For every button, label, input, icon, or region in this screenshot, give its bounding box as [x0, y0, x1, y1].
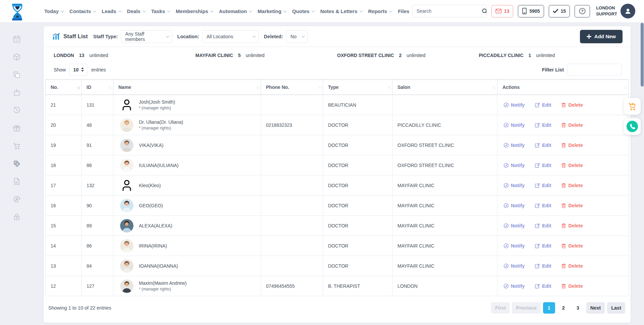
delete-button[interactable]: Delete — [561, 203, 583, 208]
notify-button[interactable]: Notify — [503, 223, 525, 228]
column-header[interactable]: Name ↑↓ — [113, 80, 261, 95]
page-number-button[interactable]: 1 — [543, 302, 555, 314]
search-icon[interactable] — [481, 5, 487, 17]
account-name-line1: LONDON — [596, 5, 617, 11]
nav-item[interactable]: Quotes — [292, 8, 314, 14]
location-limit: unlimited — [407, 53, 425, 58]
edit-button[interactable]: Edit — [535, 163, 551, 168]
delete-button[interactable]: Delete — [561, 163, 583, 168]
report-icon[interactable] — [12, 177, 21, 186]
copy-icon[interactable] — [12, 70, 21, 79]
deleted-select[interactable]: No — [286, 30, 308, 43]
account-avatar[interactable] — [621, 4, 635, 18]
top-bar: Today Contacts Leads Deals Tasks — [0, 0, 644, 22]
history-icon[interactable] — [12, 106, 21, 115]
notify-button[interactable]: Notify — [503, 163, 525, 168]
notify-button[interactable]: Notify — [503, 122, 525, 128]
bag-download-icon[interactable] — [12, 88, 21, 97]
nav-item[interactable]: Files — [398, 8, 409, 14]
account-menu[interactable]: LONDON SUPPORT — [596, 4, 635, 18]
search-box — [412, 5, 487, 17]
column-header[interactable]: No. ↑↓ — [45, 80, 82, 95]
nav-item[interactable]: Reports — [368, 8, 392, 14]
delete-button[interactable]: Delete — [561, 183, 583, 188]
floating-phone-button[interactable] — [624, 118, 641, 135]
nav-item[interactable]: Deals — [127, 8, 145, 14]
nav-item[interactable]: Tasks — [151, 8, 169, 14]
location-select[interactable]: All Locations — [202, 30, 259, 43]
package-icon[interactable] — [12, 53, 21, 61]
nav-item[interactable]: Memberships — [176, 8, 213, 14]
delete-button[interactable]: Delete — [561, 223, 583, 228]
lock-icon[interactable] — [12, 213, 21, 221]
filter-list-input[interactable] — [568, 64, 622, 75]
nav-item[interactable]: Automation — [219, 8, 251, 14]
location-limit: unlimited — [246, 53, 265, 58]
notify-button[interactable]: Notify — [503, 143, 525, 148]
cell-no: 18 — [45, 155, 82, 175]
add-new-button[interactable]: Add New — [580, 30, 623, 43]
table-row: 14 86 — [45, 236, 629, 256]
notify-button[interactable]: Notify — [503, 263, 525, 269]
first-page-button[interactable]: First — [491, 302, 509, 314]
nav-item[interactable]: Contacts — [69, 8, 95, 14]
delete-button[interactable]: Delete — [561, 283, 583, 289]
user-icon — [624, 7, 632, 15]
delete-button[interactable]: Delete — [561, 122, 583, 128]
location-name: MAYFAIR CLINIC — [196, 53, 233, 58]
cart-icon[interactable] — [12, 142, 21, 150]
delete-button[interactable]: Delete — [561, 243, 583, 249]
calendar-icon[interactable]: 12 — [12, 35, 21, 44]
previous-page-button[interactable]: Previous — [512, 302, 540, 314]
next-page-button[interactable]: Next — [586, 302, 605, 314]
staff-avatar — [120, 259, 133, 273]
column-header[interactable]: Actions ↑↓ — [497, 80, 629, 95]
edit-button[interactable]: Edit — [535, 122, 551, 128]
edit-button[interactable]: Edit — [535, 102, 551, 108]
staff-name: ALEXA(ALEXA) — [139, 223, 172, 228]
notify-button[interactable]: Notify — [503, 283, 525, 289]
nav-item[interactable]: Today — [44, 8, 63, 14]
search-input[interactable] — [413, 8, 481, 14]
mail-badge[interactable]: 13 — [491, 5, 514, 17]
nav-item[interactable]: Marketing — [258, 8, 286, 14]
check-badge[interactable]: 15 — [549, 5, 570, 17]
edit-button[interactable]: Edit — [535, 143, 551, 148]
floating-cart-button[interactable] — [624, 98, 641, 115]
column-header[interactable]: ID ↑↓ — [82, 80, 113, 95]
chevron-down-icon — [253, 34, 256, 38]
notify-button[interactable]: Notify — [503, 243, 525, 249]
staff-type-select[interactable]: Any Staff members — [121, 30, 172, 43]
cell-name: IRINA(IRINA) — [113, 236, 261, 256]
staff-avatar — [120, 279, 133, 293]
page-number-button[interactable]: 2 — [557, 302, 570, 314]
notify-button[interactable]: Notify — [503, 203, 525, 208]
column-header[interactable]: Salon ↑↓ — [392, 80, 497, 95]
page-size-select[interactable]: 10 — [69, 64, 88, 75]
edit-button[interactable]: Edit — [535, 223, 551, 228]
gift-icon[interactable] — [12, 124, 21, 132]
nav-item[interactable]: Leads — [102, 8, 120, 14]
vertical-scrollbar[interactable] — [641, 23, 644, 87]
notify-button[interactable]: Notify — [503, 183, 525, 188]
notify-icon — [503, 143, 509, 148]
last-page-button[interactable]: Last — [607, 302, 625, 314]
edit-button[interactable]: Edit — [535, 183, 551, 188]
column-header[interactable]: Phone No. ↑↓ — [261, 80, 323, 95]
phone-badge[interactable]: 5905 — [518, 5, 544, 17]
page-number-button[interactable]: 3 — [572, 302, 584, 314]
notify-button[interactable]: Notify — [503, 102, 525, 108]
edit-button[interactable]: Edit — [535, 243, 551, 249]
account-sync-icon[interactable] — [12, 195, 21, 204]
column-header[interactable]: Type ↑↓ — [323, 80, 392, 95]
delete-button[interactable]: Delete — [561, 263, 583, 269]
app-logo-hourglass-icon[interactable] — [10, 3, 25, 21]
edit-button[interactable]: Edit — [535, 203, 551, 208]
help-badge[interactable]: ? — [575, 5, 590, 17]
delete-button[interactable]: Delete — [561, 102, 583, 108]
nav-item[interactable]: Notes & Letters — [320, 8, 362, 14]
edit-button[interactable]: Edit — [535, 263, 551, 269]
price-tag-icon[interactable]: $ — [12, 159, 21, 168]
edit-button[interactable]: Edit — [535, 283, 551, 289]
delete-button[interactable]: Delete — [561, 143, 583, 148]
